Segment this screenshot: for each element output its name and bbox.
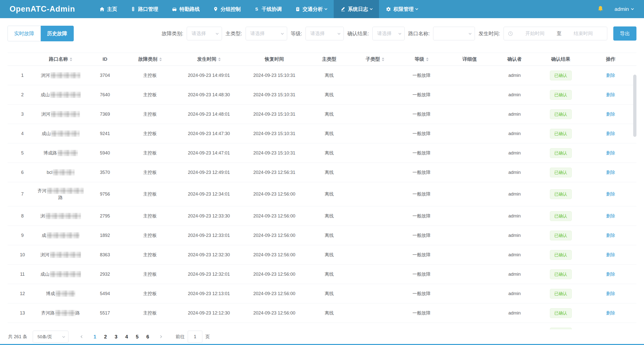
delete-link[interactable]: 删除 — [606, 271, 615, 278]
sort-carets-icon[interactable] — [159, 57, 162, 61]
recover-time: 2024-09-23 15:10:31 — [244, 105, 305, 124]
column-label: 主类型 — [322, 56, 336, 62]
intersection-name-select[interactable] — [433, 27, 475, 40]
confirm-result: 已确认 — [537, 226, 585, 245]
delete-link[interactable]: 删除 — [606, 111, 615, 118]
column-header-11: 确认结果 — [537, 53, 585, 66]
nav-item-clipboard[interactable]: 交通分析 — [288, 0, 334, 18]
nav-item-location-pin[interactable]: 分组控制 — [206, 0, 247, 18]
main-type: 离线 — [305, 226, 354, 245]
nav-item-label: 分组控制 — [220, 6, 241, 13]
confirmer: admin — [493, 85, 537, 104]
occur-time: 2024-09-23 12:49:01 — [174, 163, 244, 182]
row-index: 5 — [8, 143, 37, 163]
recover-time: 2024-09-23 12:56:31 — [244, 163, 305, 182]
end-time-input[interactable]: 结束时间 — [563, 30, 603, 37]
main-type: 离线 — [305, 105, 354, 124]
filter-bar: 故障类别: 请选择 主类型: 请选择 等级: 请选择 确认结果: 请选择 路口名… — [162, 26, 636, 41]
tab-realtime-faults[interactable]: 实时故障 — [8, 26, 41, 41]
chevron-down-icon — [631, 7, 634, 10]
home-icon — [99, 7, 105, 12]
delete-link[interactable]: 删除 — [606, 91, 615, 98]
goto-page-input[interactable] — [188, 331, 202, 343]
next-page-button[interactable] — [156, 331, 166, 342]
vertical-scrollbar[interactable] — [633, 75, 636, 137]
page-number-6[interactable]: 6 — [142, 331, 153, 342]
sort-carets-icon[interactable] — [426, 57, 429, 61]
confirmer: admin — [493, 265, 537, 284]
nav-item-label: 交通分析 — [302, 6, 323, 13]
page-number-1[interactable]: 1 — [90, 331, 100, 342]
row-actions: 删除 — [585, 284, 636, 303]
nav-item-pen[interactable]: 系统日志 — [334, 0, 379, 18]
confirmed-badge: 已确认 — [550, 269, 572, 279]
column-header-1[interactable]: 路口名称 — [37, 53, 84, 66]
intersection-name: 成山 — [37, 265, 84, 284]
level: 一般故障 — [396, 66, 447, 85]
user-name: admin — [615, 6, 629, 12]
occur-time-range-picker[interactable]: 开始时间 至 结束时间 — [504, 27, 607, 40]
recover-time: 2024-09-23 12:56:00 — [244, 265, 305, 284]
detail-value — [447, 284, 493, 303]
redacted-text — [50, 271, 81, 277]
column-header-8[interactable]: 等级 — [396, 53, 447, 66]
occur-time: 2024-09-23 12:32:01 — [174, 265, 244, 284]
sort-carets-icon[interactable] — [382, 57, 384, 61]
toolbar: 实时故障历史故障 故障类别: 请选择 主类型: 请选择 等级: 请选择 确认结果… — [8, 26, 636, 41]
level: 一般故障 — [396, 124, 447, 143]
sort-carets-icon[interactable] — [70, 57, 72, 61]
confirm-result-select[interactable]: 请选择 — [372, 27, 405, 40]
page-number-3[interactable]: 3 — [111, 331, 121, 342]
delete-link[interactable]: 删除 — [606, 310, 615, 317]
table-header: 路口名称ID故障类别发生时间恢复时间主类型子类型等级详细值确认者确认结果操作 — [8, 53, 636, 66]
delete-link[interactable]: 删除 — [606, 169, 615, 176]
page-size-select[interactable]: 50条/页 — [33, 331, 68, 343]
page-number-5[interactable]: 5 — [132, 331, 142, 342]
nav-item-s-curve[interactable]: S干线协调 — [247, 0, 288, 18]
delete-link[interactable]: 删除 — [606, 232, 615, 239]
nav-item-gear[interactable]: 权限管理 — [379, 0, 425, 18]
page-number-4[interactable]: 4 — [121, 331, 132, 342]
user-menu[interactable]: admin — [615, 6, 633, 12]
table-row: 13齐河路路5517主控板2024-09-23 12:12:302024-09-… — [8, 303, 636, 323]
start-time-input[interactable]: 开始时间 — [515, 30, 555, 37]
delete-link[interactable]: 删除 — [606, 191, 615, 198]
delete-link[interactable]: 删除 — [606, 130, 615, 137]
main-type-select[interactable]: 请选择 — [246, 27, 287, 40]
nav-item-car[interactable]: 特勤路线 — [165, 0, 206, 18]
column-header-6: 主类型 — [305, 53, 354, 66]
goto-page: 前往 页 — [176, 331, 210, 343]
confirmed-badge: 已确认 — [550, 109, 572, 119]
delete-link[interactable]: 删除 — [606, 213, 615, 219]
detail-value — [447, 182, 493, 206]
goto-label: 前往 — [176, 334, 185, 340]
fault-category-select[interactable]: 请选择 — [187, 27, 222, 40]
table-row: 9成1892主控板2024-09-23 12:33:012024-09-23 1… — [8, 226, 636, 245]
nav-item-home[interactable]: 主页 — [93, 0, 124, 18]
sub-type — [354, 284, 396, 303]
sort-carets-icon[interactable] — [218, 57, 221, 61]
delete-link[interactable]: 删除 — [606, 252, 615, 258]
column-header-7[interactable]: 子类型 — [354, 53, 396, 66]
row-index: 7 — [8, 182, 37, 206]
column-header-3[interactable]: 故障类别 — [126, 53, 174, 66]
page-number-2[interactable]: 2 — [100, 331, 111, 342]
bell-icon[interactable] — [597, 6, 604, 13]
level: 一般故障 — [396, 265, 447, 284]
gear-icon — [386, 7, 391, 12]
delete-link[interactable]: 删除 — [606, 72, 615, 79]
export-button[interactable]: 导出 — [613, 26, 636, 41]
intersection-name: 浏 — [37, 206, 84, 226]
page-numbers: 123456 — [90, 331, 153, 342]
prev-page-button[interactable] — [77, 331, 87, 342]
level: 一般故障 — [396, 206, 447, 226]
fault-category: 主控板 — [126, 284, 174, 303]
level-select[interactable]: 请选择 — [306, 27, 344, 40]
delete-link[interactable]: 删除 — [606, 290, 615, 297]
delete-link[interactable]: 删除 — [606, 150, 615, 156]
tab-history-faults[interactable]: 历史故障 — [41, 26, 74, 41]
nav-item-traffic-light[interactable]: 路口管理 — [124, 0, 165, 18]
fault-category: 主控板 — [126, 245, 174, 264]
level: 一般故障 — [396, 303, 447, 323]
column-header-4[interactable]: 发生时间 — [174, 53, 244, 66]
